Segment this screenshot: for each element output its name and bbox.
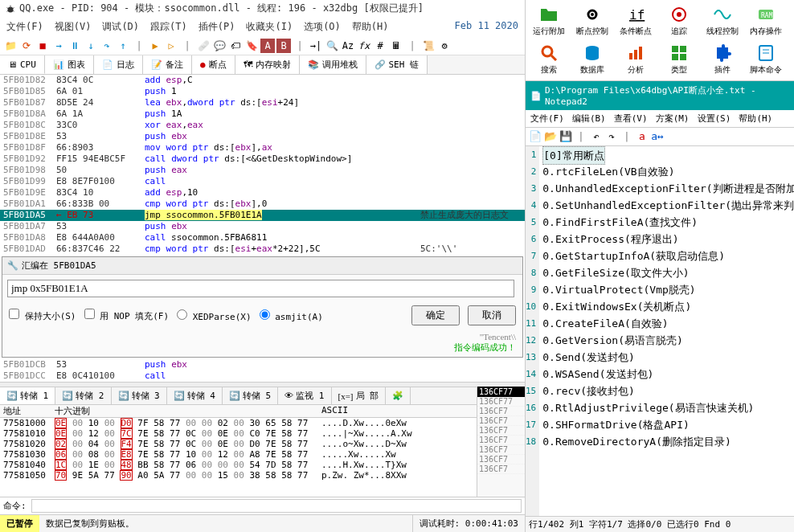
tab-callstack[interactable]: 📚 调用堆栈 [300, 55, 366, 74]
plugin-buttons[interactable]: 运行附加断点控制if条件断点追踪线程控制RAM内存操作搜索数据库分析类型插件脚本… [526, 0, 794, 81]
step-in-icon[interactable]: ↓ [84, 39, 98, 53]
bigbtn-target[interactable]: 追踪 [657, 2, 701, 40]
disasm-row[interactable]: 5FB01D8283C4 0Cadd esp,C [0, 75, 525, 86]
text-line[interactable]: 0.WSASend(发送封包) [542, 366, 794, 383]
menu-debug[interactable]: 调试(D) [102, 20, 139, 34]
np2-menu-file[interactable]: 文件(F) [530, 113, 564, 125]
dump-tab-1[interactable]: 🔄 转储 1 [0, 387, 55, 404]
step-over-icon[interactable]: ↷ [100, 39, 114, 53]
disasm-row[interactable]: 5FB01DA166:833B 00cmp word ptr ds:[ebx],… [0, 198, 525, 210]
disasm-row[interactable]: 5FB01D9E83C4 10add esp,10 [0, 187, 525, 198]
text-line[interactable]: 0.GetFileSize(取文件大小) [542, 264, 794, 281]
menu-trace[interactable]: 跟踪(T) [150, 20, 187, 34]
opt-asmjit[interactable]: asmjit(A) [260, 309, 323, 322]
disasm-row[interactable]: 5FB01D856A 01push 1 [0, 86, 525, 97]
tab-notes[interactable]: 📝 备注 [143, 55, 192, 74]
text-line[interactable]: 0.RemoveDirectoryA(删除指定目录) [542, 433, 794, 450]
np2-find-icon[interactable]: a [636, 130, 649, 143]
text-line[interactable]: 0.RtlAdjustPrivilege(易语言快速关机) [542, 399, 794, 416]
stack-row[interactable]: 136CF7 [477, 436, 525, 445]
text-line[interactable]: 0.rtcFileLen(VB自效验) [542, 163, 794, 180]
step-out-icon[interactable]: ↑ [116, 39, 130, 53]
disasm-row[interactable]: 5FB01DCCE8 0C410100call [0, 370, 525, 382]
np2-menu-settings[interactable]: 设置(S) [698, 113, 731, 125]
tab-cpu[interactable]: 🖥 CPU [0, 55, 45, 74]
bigbtn-wave[interactable]: 线程控制 [701, 2, 744, 40]
command-bar[interactable]: 命令: [0, 497, 525, 514]
stack-row[interactable]: 136CF7 [477, 426, 525, 436]
opt-xed[interactable]: XEDParse(X) [177, 309, 251, 322]
bigbtn-search[interactable]: 搜索 [527, 40, 571, 79]
trace2-icon[interactable]: ▷ [164, 39, 178, 53]
disasm-row[interactable]: 5FB01D8A6A 1Apush 1A [0, 108, 525, 120]
np2-open-icon[interactable]: 📂 [544, 130, 557, 143]
text-line[interactable]: 0.GetVersion(易语言脱壳) [542, 332, 794, 349]
hash-icon[interactable]: # [373, 39, 387, 53]
disasm-row[interactable]: 5FB01D8E53push ebx [0, 131, 525, 142]
restart-icon[interactable]: ⟳ [19, 39, 34, 53]
disasm-row[interactable]: 5FB01DA5← EB 73jmp ssocommon.5FB01E1A禁止生… [0, 210, 525, 221]
dump-view[interactable]: 775810000E 00 10 00 D0 7F 58 77 00 00 02… [0, 418, 477, 481]
asm-input[interactable] [7, 280, 514, 297]
text-line[interactable]: 0.ExitProcess(程序退出) [542, 231, 794, 248]
open-icon[interactable]: 📁 [3, 39, 18, 53]
text-line[interactable]: 0.VirtualProtect(Vmp脱壳) [542, 281, 794, 298]
fx-icon[interactable]: fx [357, 39, 371, 53]
dump-tab-2[interactable]: 🔄 转储 2 [55, 387, 111, 404]
np2-undo-icon[interactable]: ↶ [590, 130, 603, 143]
menu-plugin[interactable]: 插件(P) [198, 20, 235, 34]
text-line[interactable]: [0]常用断点 [542, 146, 794, 163]
disassembly-view-2[interactable]: 5FB01DCB53push ebx5FB01DCCE8 0C410100cal… [0, 359, 525, 382]
patch-icon[interactable]: 🩹 [196, 39, 211, 53]
text-line[interactable]: 0.SetUnhandledExceptionFilter(抛出异常来判 [542, 197, 794, 214]
text-line[interactable]: 0.UnhandledExceptionFilter(判断进程是否附加 [542, 180, 794, 197]
opt-nop[interactable]: 用 NOP 填充(F) [84, 309, 170, 322]
dump-row[interactable]: 7758105070 9E 5A 77 90 A0 5A 77 00 00 15… [0, 470, 477, 481]
disasm-row[interactable]: 5FB01DCB53push ebx [0, 359, 525, 370]
bookmark-icon[interactable]: 🔖 [244, 39, 259, 53]
stack-row[interactable]: 136CF77 [477, 397, 525, 407]
np2-redo-icon[interactable]: ↷ [605, 130, 618, 143]
run-icon[interactable]: → [51, 39, 66, 53]
bigbtn-gear[interactable]: 断点控制 [571, 2, 614, 40]
np2-menu-help[interactable]: 帮助(H) [739, 113, 772, 125]
trace-icon[interactable]: ▶ [148, 39, 162, 53]
pause-icon[interactable]: ⏸ [68, 39, 82, 53]
dump-tab-4[interactable]: 🔄 转储 4 [167, 387, 223, 404]
cancel-button[interactable]: 取消 [468, 305, 516, 325]
bigbtn-ram[interactable]: RAM内存操作 [744, 2, 788, 40]
text-line[interactable]: 0.recv(接收封包) [542, 383, 794, 399]
stack-row[interactable]: 136CF7 [477, 407, 525, 416]
disasm-row[interactable]: 5FB01D9850push eax [0, 165, 525, 176]
dump-row[interactable]: 775810000E 00 10 00 D0 7F 58 77 00 00 02… [0, 418, 477, 428]
dump-row[interactable]: 7758102002 00 04 00 F4 7E 58 77 0C 00 0E… [0, 439, 477, 449]
text-line[interactable]: 0.ExitWindowsEx(关机断点) [542, 298, 794, 315]
np2-menu-scheme[interactable]: 方案(M) [656, 113, 690, 125]
dump-row[interactable]: 7758103006 00 08 00 E8 7E 58 77 10 00 12… [0, 449, 477, 460]
strings-icon[interactable]: Az [341, 39, 355, 53]
dump-tabs[interactable]: 🔄 转储 1 🔄 转储 2 🔄 转储 3 🔄 转储 4 🔄 转储 5 👁 监视 … [0, 387, 477, 405]
main-tabs[interactable]: 🖥 CPU 📊 图表 📄 日志 📝 备注 ● 断点 🗺 内存映射 📚 调用堆栈 … [0, 55, 525, 75]
menu-options[interactable]: 选项(O) [304, 20, 341, 34]
tab-bp[interactable]: ● 断点 [192, 55, 235, 74]
opt-keepsize[interactable]: 保持大小(S) [9, 309, 76, 322]
tab-memmap[interactable]: 🗺 内存映射 [235, 55, 300, 74]
dump-tab-5[interactable]: 🔄 转储 5 [223, 387, 278, 404]
locals-tab[interactable]: [x=] 局 部 [332, 387, 387, 404]
np2-menu-edit[interactable]: 编辑(B) [572, 113, 606, 125]
text-editor[interactable]: [0]常用断点0.rtcFileLen(VB自效验)0.UnhandledExc… [539, 146, 794, 516]
np2-menu-view[interactable]: 查看(V) [614, 113, 648, 125]
settings-icon[interactable]: ⚙ [437, 39, 452, 53]
tab-chart[interactable]: 📊 图表 [45, 55, 94, 74]
label-icon[interactable]: 🏷 [228, 39, 243, 53]
disasm-row[interactable]: 5FB01DAD66:837C46 22 cmp word ptr ds:[es… [0, 243, 525, 255]
disasm-row[interactable]: 5FB01D99E8 8E7F0100call [0, 176, 525, 187]
stack-view[interactable]: 136CF77 136CF77136CF7136CF7136CF7136CF71… [477, 387, 525, 497]
menu-fav[interactable]: 收藏夹(I) [246, 20, 293, 34]
disasm-row[interactable]: 5FB01D878D5E 24lea ebx,dword ptr ds:[esi… [0, 97, 525, 108]
stack-row[interactable]: 136CF7 [477, 455, 525, 464]
menu-view[interactable]: 视图(V) [55, 20, 92, 34]
stack-row[interactable]: 136CF7 [477, 464, 525, 474]
disassembly-view[interactable]: 5FB01D8283C4 0Cadd esp,C5FB01D856A 01pus… [0, 75, 525, 255]
cmd-input[interactable] [31, 499, 522, 513]
